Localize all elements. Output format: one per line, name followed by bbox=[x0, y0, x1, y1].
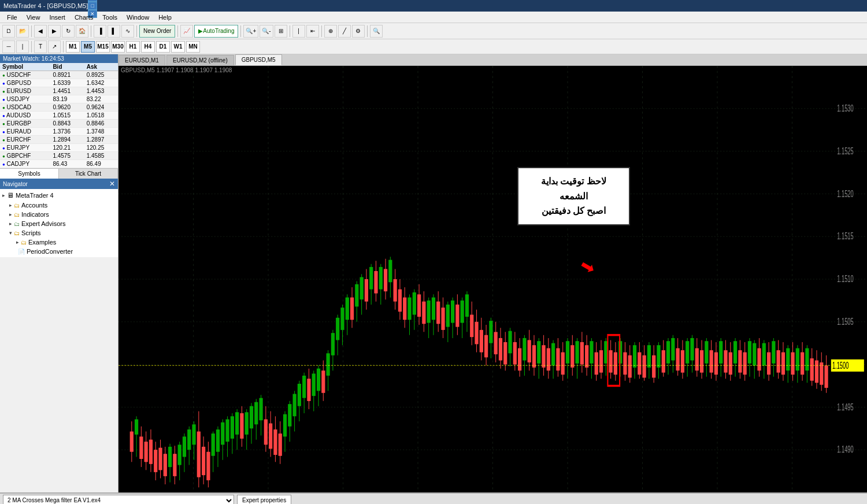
chart-tabs: EURUSD,M1 EURUSD,M2 (offline) GBPUSD,M5 bbox=[118, 54, 867, 66]
tf-m5[interactable]: M5 bbox=[81, 41, 95, 53]
autotrading-button[interactable]: ▶ AutoTrading bbox=[194, 25, 238, 38]
svg-rect-222 bbox=[614, 353, 617, 375]
line-tool-btn[interactable]: ─ bbox=[2, 40, 15, 53]
svg-rect-300 bbox=[801, 353, 804, 375]
gear-btn[interactable]: ⚙ bbox=[352, 25, 365, 38]
market-watch-row[interactable]: ● USDCAD 0.9620 0.9624 bbox=[0, 103, 118, 112]
tf-m30[interactable]: M30 bbox=[111, 41, 125, 53]
back-btn[interactable]: ◀ bbox=[34, 25, 47, 38]
chart-bar-btn[interactable]: ▐ bbox=[94, 25, 106, 38]
refresh-btn[interactable]: ↻ bbox=[62, 25, 75, 38]
nav-examples[interactable]: ▸ 🗂 Examples bbox=[0, 238, 118, 247]
market-watch-row[interactable]: ● USDCHF 0.8921 0.8925 bbox=[0, 71, 118, 79]
svg-rect-220 bbox=[609, 350, 612, 373]
expert-properties-button[interactable]: Expert properties bbox=[237, 495, 291, 505]
chart-container[interactable]: GBPUSD,M5 1.1907 1.1908 1.1907 1.1908 bbox=[118, 66, 867, 492]
chart-full-btn[interactable]: ⊞ bbox=[275, 25, 287, 38]
tf-h4[interactable]: H4 bbox=[141, 41, 155, 53]
nav-indicators[interactable]: ▸ 🗂 Indicators bbox=[0, 210, 118, 219]
crosshair-btn[interactable]: ⊕ bbox=[324, 25, 337, 38]
tf-mn[interactable]: MN bbox=[186, 41, 200, 53]
symbol-cell: ● USDJPY bbox=[0, 95, 50, 103]
svg-rect-96 bbox=[312, 373, 316, 396]
ask-cell: 1.6342 bbox=[84, 79, 118, 87]
market-watch-row[interactable]: ● GBPCHF 1.4575 1.4585 bbox=[0, 152, 118, 160]
open-btn[interactable]: 📂 bbox=[16, 25, 29, 38]
new-order-button[interactable]: New Order bbox=[139, 25, 175, 38]
indicators-btn[interactable]: 📈 bbox=[180, 25, 193, 38]
navigator: Navigator ✕ ▸ 🖥 MetaTrader 4 ▸ 🗂 Account… bbox=[0, 179, 118, 492]
ea-selector[interactable]: 2 MA Crosses Mega filter EA V1.ex4 bbox=[3, 495, 234, 505]
market-watch-row[interactable]: ● CADJPY 86.43 86.49 bbox=[0, 160, 118, 168]
svg-text:1.1525: 1.1525 bbox=[837, 146, 853, 156]
period-arrow-btn[interactable]: ⇤ bbox=[306, 25, 319, 38]
svg-rect-206 bbox=[575, 341, 579, 364]
bid-cell: 0.8843 bbox=[50, 120, 84, 128]
tf-m1[interactable]: M1 bbox=[66, 41, 80, 53]
chart-line-btn[interactable]: ∿ bbox=[121, 25, 134, 38]
market-watch-row[interactable]: ● AUDUSD 1.0515 1.0518 bbox=[0, 112, 118, 120]
svg-rect-58 bbox=[221, 423, 224, 445]
maximize-button[interactable]: □ bbox=[88, 2, 97, 10]
market-watch-tabs: Symbols Tick Chart bbox=[0, 168, 118, 179]
svg-rect-230 bbox=[633, 345, 636, 368]
svg-rect-54 bbox=[212, 433, 215, 456]
menu-view[interactable]: View bbox=[22, 13, 45, 22]
svg-rect-186 bbox=[528, 340, 531, 362]
market-watch-row[interactable]: ● EURGBP 0.8843 0.8846 bbox=[0, 120, 118, 128]
scripts-folder-icon: 🗂 bbox=[14, 230, 20, 236]
chart-tab-gbpusd-m5[interactable]: GBPUSD,M5 bbox=[235, 54, 282, 65]
nav-metatrader4[interactable]: ▸ 🖥 MetaTrader 4 bbox=[0, 190, 118, 201]
svg-rect-78 bbox=[269, 424, 272, 449]
zoom-out-btn[interactable]: 🔍- bbox=[260, 25, 273, 38]
chart-tab-eurusd-m2[interactable]: EURUSD,M2 (offline) bbox=[166, 55, 234, 65]
text-btn[interactable]: T bbox=[34, 40, 47, 53]
market-watch-row[interactable]: ● EURJPY 120.21 120.25 bbox=[0, 144, 118, 152]
svg-rect-260 bbox=[705, 341, 708, 364]
svg-text:1.1530: 1.1530 bbox=[837, 103, 853, 113]
tf-w1[interactable]: W1 bbox=[171, 41, 185, 53]
menu-file[interactable]: File bbox=[2, 13, 22, 22]
nav-accounts[interactable]: ▸ 🗂 Accounts bbox=[0, 201, 118, 210]
svg-rect-170 bbox=[489, 321, 492, 343]
search-btn[interactable]: 🔍 bbox=[370, 25, 383, 38]
arrow-tool-btn[interactable]: ↗ bbox=[48, 40, 61, 53]
nav-label-mt4: MetaTrader 4 bbox=[16, 192, 54, 199]
svg-rect-64 bbox=[235, 412, 239, 435]
home-btn[interactable]: 🏠 bbox=[76, 25, 88, 38]
tf-m15[interactable]: M15 bbox=[96, 41, 110, 53]
navigator-close-icon[interactable]: ✕ bbox=[109, 180, 115, 188]
svg-rect-302 bbox=[805, 348, 809, 370]
mw-tab-tick[interactable]: Tick Chart bbox=[59, 169, 118, 179]
market-watch-row[interactable]: ● EURCHF 1.2894 1.2897 bbox=[0, 136, 118, 144]
nav-expert-advisors[interactable]: ▸ 🗂 Expert Advisors bbox=[0, 219, 118, 228]
market-watch-row[interactable]: ● EURAUD 1.3736 1.3748 bbox=[0, 128, 118, 136]
chart-candle-btn[interactable]: ▌ bbox=[108, 25, 120, 38]
svg-rect-46 bbox=[192, 424, 195, 444]
menu-charts[interactable]: Charts bbox=[70, 13, 98, 22]
market-watch-row[interactable]: ● EURUSD 1.4451 1.4453 bbox=[0, 87, 118, 95]
nav-scripts[interactable]: ▾ 🗂 Scripts bbox=[0, 228, 118, 238]
menu-tools[interactable]: Tools bbox=[98, 13, 122, 22]
hline-btn[interactable]: | bbox=[16, 40, 29, 53]
menu-insert[interactable]: Insert bbox=[45, 13, 70, 22]
tf-h1[interactable]: H1 bbox=[126, 41, 140, 53]
new-btn[interactable]: 🗋 bbox=[2, 25, 15, 38]
line-btn[interactable]: ╱ bbox=[338, 25, 351, 38]
svg-rect-282 bbox=[757, 348, 761, 370]
svg-rect-30 bbox=[154, 450, 157, 472]
svg-rect-22 bbox=[135, 419, 138, 434]
zoom-in-btn[interactable]: 🔍+ bbox=[243, 25, 258, 38]
menu-help[interactable]: Help bbox=[154, 13, 176, 22]
svg-rect-80 bbox=[273, 429, 277, 455]
market-watch-row[interactable]: ● USDJPY 83.19 83.22 bbox=[0, 95, 118, 103]
forward-btn[interactable]: ▶ bbox=[48, 25, 61, 38]
tf-d1[interactable]: D1 bbox=[156, 41, 170, 53]
svg-rect-150 bbox=[441, 307, 444, 330]
nav-periodconverter[interactable]: 📄 PeriodConverter bbox=[0, 247, 118, 256]
menu-window[interactable]: Window bbox=[122, 13, 154, 22]
chart-tab-eurusd-m1[interactable]: EURUSD,M1 bbox=[118, 55, 165, 65]
market-watch-row[interactable]: ● GBPUSD 1.6339 1.6342 bbox=[0, 79, 118, 87]
mw-tab-symbols[interactable]: Symbols bbox=[0, 169, 59, 179]
period-sep-btn[interactable]: | bbox=[292, 25, 305, 38]
